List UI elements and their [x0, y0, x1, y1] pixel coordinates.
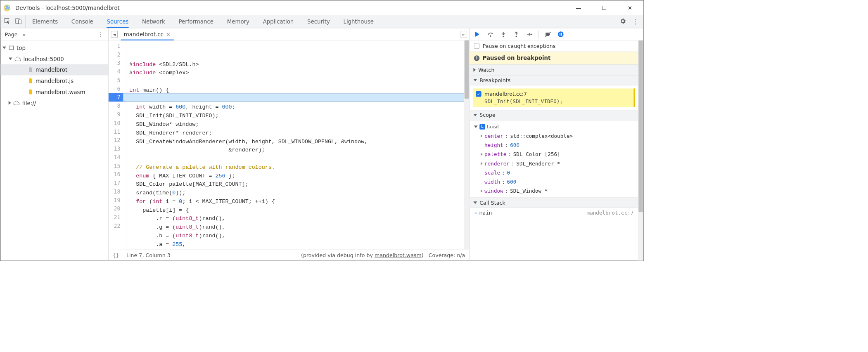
code-line[interactable]: .b = (uint8_t)rand(), — [129, 232, 464, 240]
code-line[interactable]: // Generate a palette with random colour… — [129, 163, 464, 172]
editor-scrollbar[interactable] — [464, 40, 469, 250]
disclosure-triangle-icon[interactable] — [473, 79, 477, 81]
scope-variable[interactable]: palette: SDL_Color [256] — [474, 150, 634, 159]
code-line[interactable]: SDL_Renderer* renderer; — [129, 129, 464, 137]
line-number[interactable]: 22 — [109, 222, 126, 230]
code-line[interactable]: for (int i = 0; i < MAX_ITER_COUNT; ++i)… — [129, 197, 464, 206]
line-number[interactable]: 4 — [109, 67, 126, 76]
code-line[interactable]: SDL_Window* window; — [129, 120, 464, 129]
line-number[interactable]: 11 — [109, 128, 126, 136]
section-breakpoints[interactable]: Breakpoints — [470, 75, 638, 85]
section-callstack[interactable]: Call Stack — [470, 198, 638, 208]
disclosure-triangle-icon[interactable] — [474, 125, 478, 128]
code-line[interactable]: SDL_Init(SDL_INIT_VIDEO); — [129, 111, 464, 120]
nav-forward-icon[interactable]: ► — [460, 31, 467, 38]
inspect-icon[interactable] — [4, 18, 10, 25]
code-area[interactable]: #include <SDL2/SDL.h>#include <complex>i… — [126, 40, 464, 250]
line-number[interactable]: 16 — [109, 170, 126, 179]
editor-tab-mandelbrot-cc[interactable]: mandelbrot.cc × — [121, 28, 173, 40]
line-number[interactable]: 1 — [109, 42, 126, 50]
disclosure-triangle-icon[interactable] — [2, 47, 6, 49]
code-editor[interactable]: 12345678910111213141516171819202122 #inc… — [109, 40, 470, 250]
disclosure-triangle-icon[interactable] — [473, 68, 476, 72]
line-number[interactable]: 19 — [109, 196, 126, 205]
navigator-tabs-overflow-icon[interactable]: » — [22, 31, 26, 37]
tab-application[interactable]: Application — [256, 15, 300, 28]
deactivate-breakpoints-button[interactable] — [544, 31, 552, 38]
nav-back-icon[interactable]: ◄ — [111, 31, 118, 38]
tab-lighthouse[interactable]: Lighthouse — [337, 15, 380, 28]
disclosure-triangle-icon[interactable] — [481, 153, 482, 156]
code-line[interactable]: palette[i] = { — [129, 206, 464, 215]
code-line[interactable]: srand(time(0)); — [129, 189, 464, 197]
line-number[interactable]: 14 — [109, 153, 126, 162]
code-line[interactable]: .a = 255, — [129, 240, 464, 249]
scope-variable[interactable]: window: SDL_Window * — [474, 187, 634, 196]
step-into-button[interactable] — [500, 31, 507, 38]
tab-memory[interactable]: Memory — [220, 15, 256, 28]
line-number[interactable]: 8 — [109, 102, 126, 110]
code-line[interactable]: int width = 600, height = 600; — [129, 103, 464, 111]
line-number[interactable]: 17 — [109, 179, 126, 187]
line-number[interactable]: 10 — [109, 119, 126, 128]
code-line[interactable]: .r = (uint8_t)rand(), — [129, 214, 464, 223]
line-number[interactable]: 13 — [109, 144, 126, 153]
line-number[interactable]: 15 — [109, 162, 126, 170]
callstack-frame[interactable]: ➔main mandelbrot.cc:7 — [470, 208, 638, 218]
code-line[interactable]: SDL_Color palette[MAX_ITER_COUNT]; — [129, 180, 464, 189]
more-vert-icon[interactable]: ⋮ — [632, 18, 638, 25]
disclosure-triangle-icon[interactable] — [9, 101, 11, 105]
breakpoint-item[interactable]: ✓ mandelbrot.cc:7 SDL_Init(SDL_INIT_VIDE… — [473, 88, 635, 107]
disclosure-triangle-icon[interactable] — [473, 201, 477, 204]
scope-variable[interactable]: renderer: SDL_Renderer * — [474, 159, 634, 168]
disclosure-triangle-icon[interactable] — [481, 189, 482, 192]
section-watch[interactable]: Watch — [470, 65, 638, 75]
scope-variable[interactable]: width: 600 — [474, 177, 634, 187]
tree-file-mandelbrot-js[interactable]: mandelbrot.js — [0, 76, 108, 87]
debugger-scrollbar[interactable] — [638, 40, 643, 260]
tree-file-mandelbrot[interactable]: mandelbrot — [0, 64, 108, 76]
code-line[interactable]: #include <SDL2/SDL.h> — [129, 60, 464, 69]
code-line[interactable] — [129, 77, 464, 86]
scope-local[interactable]: L Local — [474, 122, 634, 131]
step-over-button[interactable] — [487, 31, 494, 38]
settings-gear-icon[interactable] — [619, 18, 626, 26]
scope-variable[interactable]: center: std::complex<double> — [474, 131, 634, 140]
line-number[interactable]: 9 — [109, 110, 126, 119]
line-number[interactable]: 5 — [109, 76, 126, 85]
code-line[interactable] — [129, 154, 464, 163]
code-line[interactable]: #include <complex> — [129, 69, 464, 77]
tree-origin[interactable]: localhost:5000 — [0, 53, 108, 64]
maximize-button[interactable]: ☐ — [598, 3, 611, 12]
code-line[interactable]: SDL_CreateWindowAndRenderer(width, heigh… — [129, 137, 464, 146]
resume-button[interactable] — [474, 31, 481, 38]
breakpoint-checkbox[interactable]: ✓ — [476, 91, 481, 97]
tab-security[interactable]: Security — [301, 15, 337, 28]
line-number-gutter[interactable]: 12345678910111213141516171819202122 — [109, 40, 126, 250]
disclosure-triangle-icon[interactable] — [481, 135, 482, 137]
scope-variable[interactable]: height: 600 — [474, 141, 634, 150]
device-toggle-icon[interactable] — [15, 18, 21, 25]
debug-info-source-link[interactable]: mandelbrot.wasm — [375, 252, 422, 258]
line-number[interactable]: 6 — [109, 85, 126, 93]
minimize-button[interactable]: — — [572, 3, 586, 12]
disclosure-triangle-icon[interactable] — [473, 114, 477, 116]
tab-elements[interactable]: Elements — [26, 15, 65, 28]
step-out-button[interactable] — [512, 31, 520, 38]
scrollbar-thumb[interactable] — [638, 40, 643, 212]
tree-file-mandelbrot-wasm[interactable]: mandelbrot.wasm — [0, 86, 108, 97]
line-number[interactable]: 20 — [109, 205, 126, 213]
step-button[interactable] — [526, 31, 533, 38]
navigator-tab-page[interactable]: Page — [5, 31, 18, 37]
scope-variable[interactable]: scale: 0 — [474, 168, 634, 177]
line-number[interactable]: 18 — [109, 187, 126, 196]
disclosure-triangle-icon[interactable] — [9, 57, 12, 60]
pause-on-exceptions-button[interactable] — [557, 31, 564, 38]
close-tab-icon[interactable]: × — [166, 31, 171, 38]
line-number[interactable]: 2 — [109, 50, 126, 59]
pause-on-caught-row[interactable]: Pause on caught exceptions — [470, 40, 638, 52]
tab-console[interactable]: Console — [64, 15, 100, 28]
scrollbar-thumb[interactable] — [465, 40, 469, 99]
line-number[interactable]: 21 — [109, 213, 126, 222]
more-vert-icon[interactable]: ⋮ — [98, 31, 104, 38]
